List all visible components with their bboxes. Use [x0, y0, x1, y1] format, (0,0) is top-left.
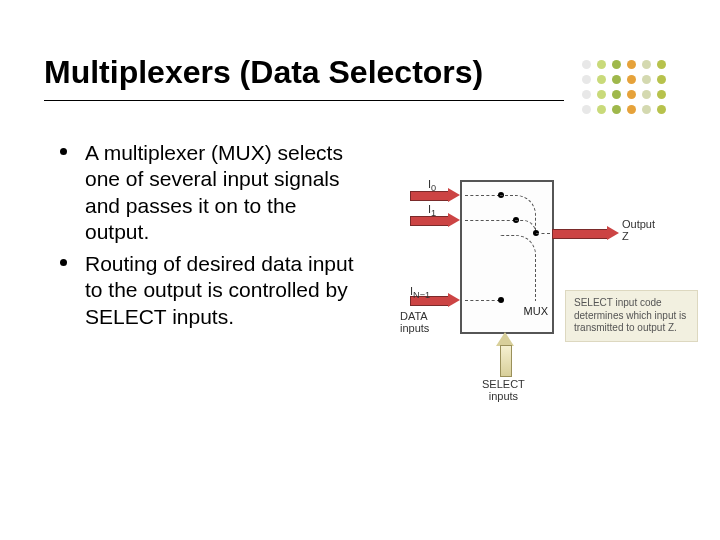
- mux-diagram: MUX I0 I1 IN−1 DATAinputs: [370, 160, 690, 410]
- bullet-text: A multiplexer (MUX) selects one of sever…: [85, 140, 360, 245]
- bullet-text: Routing of desired data input to the out…: [85, 251, 360, 330]
- page-title: Multiplexers (Data Selectors): [44, 54, 483, 91]
- label-select: SELECTinputs: [482, 378, 525, 402]
- decorative-dot-grid: [582, 60, 669, 117]
- slide: Multiplexers (Data Selectors) A multiple…: [0, 0, 720, 540]
- dash-line: [536, 233, 550, 234]
- dash-line: [465, 195, 500, 196]
- bullet-icon: [60, 148, 67, 155]
- label-data-inputs: DATAinputs: [400, 310, 429, 334]
- list-item: Routing of desired data input to the out…: [60, 251, 360, 330]
- label-in: IN−1: [410, 285, 430, 300]
- label-i1: I1: [428, 203, 436, 218]
- mux-label: MUX: [524, 305, 548, 317]
- label-output: OutputZ: [622, 218, 655, 242]
- bullet-list: A multiplexer (MUX) selects one of sever…: [60, 140, 360, 336]
- note-box: SELECT input code determines which input…: [565, 290, 698, 342]
- dash-line: [465, 300, 500, 301]
- label-i0: I0: [428, 178, 436, 193]
- title-underline: [44, 100, 564, 101]
- bullet-icon: [60, 259, 67, 266]
- list-item: A multiplexer (MUX) selects one of sever…: [60, 140, 360, 245]
- dash-curve: [500, 235, 536, 301]
